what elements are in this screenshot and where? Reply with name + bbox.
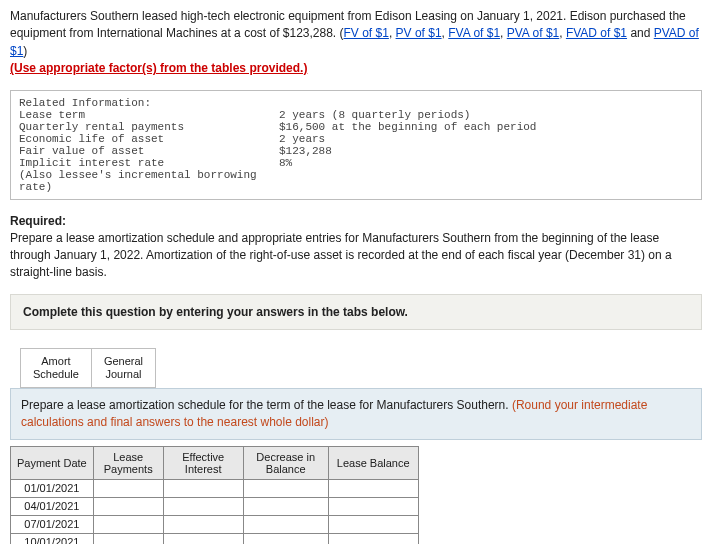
related-info-box: Related Information: Lease term2 years (… — [10, 90, 702, 200]
input-cell[interactable] — [163, 533, 243, 544]
info-value: $123,288 — [279, 145, 332, 157]
col-header-lease-balance: Lease Balance — [328, 446, 418, 479]
table-row: 01/01/2021 — [11, 479, 419, 497]
input-cell[interactable] — [163, 515, 243, 533]
prompt-box: Complete this question by entering your … — [10, 294, 702, 330]
date-cell: 07/01/2021 — [11, 515, 94, 533]
input-cell[interactable] — [328, 515, 418, 533]
input-cell[interactable] — [93, 515, 163, 533]
table-row: 10/01/2021 — [11, 533, 419, 544]
date-cell: 10/01/2021 — [11, 533, 94, 544]
info-label: Fair value of asset — [19, 145, 279, 157]
intro-note: (Use appropriate factor(s) from the tabl… — [10, 60, 702, 77]
info-label: Lease term — [19, 109, 279, 121]
info-heading: Related Information: — [19, 97, 693, 109]
input-cell[interactable] — [328, 533, 418, 544]
info-label: Quarterly rental payments — [19, 121, 279, 133]
col-header-decrease-balance: Decrease in Balance — [243, 446, 328, 479]
input-cell[interactable] — [163, 479, 243, 497]
input-cell[interactable] — [243, 497, 328, 515]
table-row: 04/01/2021 — [11, 497, 419, 515]
input-cell[interactable] — [328, 497, 418, 515]
info-value: 2 years (8 quarterly periods) — [279, 109, 470, 121]
info-label: Economic life of asset — [19, 133, 279, 145]
input-cell[interactable] — [243, 533, 328, 544]
link-fv[interactable]: FV of $1 — [344, 26, 389, 40]
col-header-date: Payment Date — [11, 446, 94, 479]
tab-amort-schedule[interactable]: AmortSchedule — [20, 348, 92, 388]
input-cell[interactable] — [93, 479, 163, 497]
input-cell[interactable] — [243, 515, 328, 533]
date-cell: 01/01/2021 — [11, 479, 94, 497]
link-fva[interactable]: FVA of $1 — [448, 26, 500, 40]
problem-intro: Manufacturers Southern leased high-tech … — [10, 8, 702, 78]
required-heading: Required: — [10, 214, 702, 228]
input-cell[interactable] — [243, 479, 328, 497]
col-header-effective-interest: Effective Interest — [163, 446, 243, 479]
tab-general-journal[interactable]: GeneralJournal — [92, 348, 156, 388]
link-pva[interactable]: PVA of $1 — [507, 26, 559, 40]
info-value: 2 years — [279, 133, 325, 145]
amort-schedule-table: Payment Date Lease Payments Effective In… — [10, 446, 419, 544]
info-label: (Also lessee's incremental borrowing rat… — [19, 169, 279, 193]
info-value: 8% — [279, 157, 292, 169]
required-body: Prepare a lease amortization schedule an… — [10, 230, 702, 282]
instruction-text: Prepare a lease amortization schedule fo… — [21, 398, 512, 412]
table-row: 07/01/2021 — [11, 515, 419, 533]
instruction-box: Prepare a lease amortization schedule fo… — [10, 388, 702, 440]
input-cell[interactable] — [93, 497, 163, 515]
date-cell: 04/01/2021 — [11, 497, 94, 515]
tabs: AmortSchedule GeneralJournal — [20, 348, 702, 388]
link-pv[interactable]: PV of $1 — [396, 26, 442, 40]
info-value: $16,500 at the beginning of each period — [279, 121, 536, 133]
link-fvad[interactable]: FVAD of $1 — [566, 26, 627, 40]
col-header-lease-payments: Lease Payments — [93, 446, 163, 479]
input-cell[interactable] — [93, 533, 163, 544]
info-label: Implicit interest rate — [19, 157, 279, 169]
input-cell[interactable] — [163, 497, 243, 515]
input-cell[interactable] — [328, 479, 418, 497]
